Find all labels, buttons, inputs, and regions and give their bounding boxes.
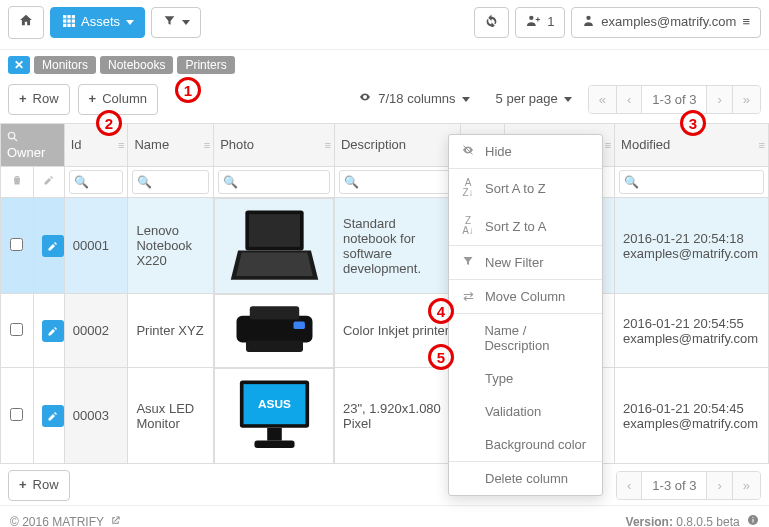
swap-icon: ⇄ [461, 289, 475, 304]
search-icon: 🔍 [344, 175, 359, 189]
tag-notebooks[interactable]: Notebooks [100, 56, 173, 74]
edit-row-button[interactable] [42, 320, 64, 342]
svg-rect-25 [254, 440, 294, 447]
clear-tags-button[interactable]: ✕ [8, 56, 30, 74]
user-icon [582, 14, 595, 32]
per-page-dropdown[interactable]: 5 per page [486, 85, 582, 114]
menu-move-column[interactable]: ⇄ Move Column [449, 280, 602, 313]
pager-last[interactable]: » [732, 86, 760, 113]
grip-icon[interactable]: ≡ [605, 139, 610, 151]
sort-az-icon: AZ↓ [461, 178, 475, 198]
tag-monitors[interactable]: Monitors [34, 56, 96, 74]
svg-rect-8 [71, 23, 74, 26]
printer-icon [227, 301, 322, 361]
pager-last[interactable]: » [732, 472, 760, 499]
add-column-button[interactable]: + Column [78, 84, 158, 115]
svg-rect-7 [67, 23, 70, 26]
edit-row-button[interactable] [42, 405, 64, 427]
menu-new-filter[interactable]: New Filter [449, 246, 602, 279]
filter-icon [461, 255, 475, 270]
pager-next[interactable]: › [706, 86, 731, 113]
svg-rect-19 [246, 340, 303, 351]
cell-id: 00001 [64, 197, 128, 294]
menu-type[interactable]: Type [449, 362, 602, 395]
row-checkbox[interactable] [10, 408, 23, 421]
eye-slash-icon [461, 144, 475, 159]
external-link-icon[interactable] [110, 515, 121, 527]
grip-icon[interactable]: ≡ [118, 139, 123, 151]
info-icon[interactable] [747, 515, 759, 527]
pager-first[interactable]: « [589, 86, 616, 113]
table-row[interactable]: 00002 Printer XYZ Color Inkjet printer. … [1, 294, 769, 368]
col-name[interactable]: Name≡ [128, 123, 214, 166]
tag-bar: ✕ Monitors Notebooks Printers [0, 50, 769, 80]
col-photo[interactable]: Photo≡ [214, 123, 335, 166]
trash-icon[interactable] [1, 166, 34, 197]
assets-dropdown[interactable]: Assets [50, 7, 145, 39]
search-icon: 🔍 [74, 175, 89, 189]
version-label: Version: [626, 515, 673, 527]
search-icon: 🔍 [137, 175, 152, 189]
data-table: Owner Id≡ Name≡ Photo≡ Description≡ Pric… [0, 123, 769, 465]
search-icon [7, 130, 18, 145]
table-row[interactable]: 00003 Asux LED Monitor ASUS 23", 1.920x1… [1, 368, 769, 464]
pager-info: 1-3 of 3 [641, 472, 706, 499]
caret-down-icon [182, 20, 190, 25]
menu-sort-za[interactable]: ZA↓ Sort Z to A [449, 207, 602, 245]
add-row-label: Row [33, 91, 59, 108]
top-bar: Assets 1 examples@matrify.com ≡ [0, 0, 769, 50]
account-email: examples@matrify.com [601, 14, 736, 31]
pager-prev[interactable]: ‹ [616, 86, 641, 113]
home-button[interactable] [8, 6, 44, 39]
table-row[interactable]: 00001 Lenovo Notebook X220 Standard note… [1, 197, 769, 294]
columns-info-label: 7/18 columns [378, 91, 455, 108]
version-value: 0.8.0.5 beta [676, 515, 739, 527]
col-description[interactable]: Description≡ [334, 123, 460, 166]
edit-all-icon[interactable] [33, 166, 64, 197]
columns-visibility-dropdown[interactable]: 7/18 columns [348, 85, 479, 114]
grip-icon[interactable]: ≡ [204, 139, 209, 151]
menu-hide[interactable]: Hide [449, 135, 602, 168]
users-button[interactable]: 1 [515, 7, 565, 39]
cell-name: Lenovo Notebook X220 [128, 197, 214, 294]
row-checkbox[interactable] [10, 323, 23, 336]
pager-prev[interactable]: ‹ [617, 472, 641, 499]
menu-background-color[interactable]: Background color [449, 428, 602, 461]
caret-down-icon [462, 97, 470, 102]
cell-photo [214, 294, 334, 368]
cell-name: Printer XYZ [128, 294, 214, 368]
col-id[interactable]: Id≡ [64, 123, 128, 166]
svg-marker-16 [236, 252, 313, 276]
copyright: © 2016 MATRIFY [10, 515, 104, 527]
cell-photo: ASUS [214, 368, 334, 464]
svg-rect-1 [67, 15, 70, 18]
menu-validation[interactable]: Validation [449, 395, 602, 428]
grip-icon[interactable]: ≡ [325, 139, 330, 151]
edit-row-button[interactable] [42, 235, 64, 257]
tag-printers[interactable]: Printers [177, 56, 234, 74]
page-footer: © 2016 MATRIFY Version: 0.8.0.5 beta [0, 505, 769, 527]
svg-point-11 [8, 132, 14, 138]
account-dropdown[interactable]: examples@matrify.com ≡ [571, 7, 761, 39]
plus-icon: + [19, 477, 27, 494]
menu-delete-column[interactable]: Delete column [449, 462, 602, 495]
column-context-menu: Hide AZ↓ Sort A to Z ZA↓ Sort Z to A New… [448, 134, 603, 496]
pager-next[interactable]: › [706, 472, 731, 499]
svg-rect-28 [753, 517, 754, 518]
menu-name-description[interactable]: Name / Description [449, 314, 602, 362]
eye-icon [358, 91, 372, 108]
grip-icon[interactable]: ≡ [759, 139, 764, 151]
filter-modified[interactable] [619, 170, 764, 194]
menu-sort-az[interactable]: AZ↓ Sort A to Z [449, 169, 602, 207]
refresh-button[interactable] [474, 7, 509, 39]
cell-description: 23", 1.920x1.080 Pixel [334, 368, 460, 464]
col-modified[interactable]: Modified≡ [615, 123, 769, 166]
pager-info: 1-3 of 3 [641, 86, 706, 113]
add-row-button[interactable]: + Row [8, 84, 70, 115]
row-checkbox[interactable] [10, 238, 23, 251]
svg-rect-6 [63, 23, 66, 26]
col-owner[interactable]: Owner [1, 123, 65, 166]
filter-dropdown[interactable] [151, 7, 201, 39]
add-row-button-bottom[interactable]: + Row [8, 470, 70, 501]
cell-name: Asux LED Monitor [128, 368, 214, 464]
